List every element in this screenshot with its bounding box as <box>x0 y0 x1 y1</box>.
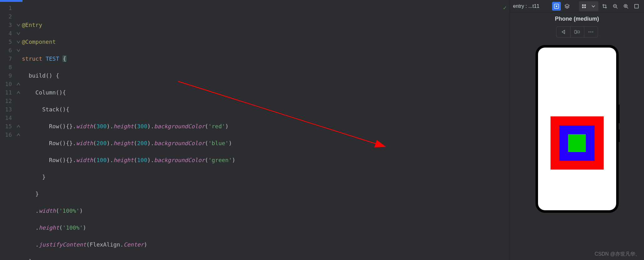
svg-rect-3 <box>582 4 584 6</box>
fold-end-icon[interactable] <box>16 80 21 88</box>
line-number-gutter: 1 2 3 4 5 6 7 8 9 10 11 12 13 14 15 16 <box>0 0 15 260</box>
phone-side-button <box>619 105 620 123</box>
fold-toggle-icon[interactable] <box>16 46 21 54</box>
editor-pane: 1 2 3 4 5 6 7 8 9 10 11 12 13 14 15 16 @… <box>0 0 510 260</box>
svg-rect-14 <box>635 4 638 8</box>
svg-rect-16 <box>577 31 580 33</box>
svg-rect-5 <box>582 7 584 8</box>
fold-gutter <box>15 0 22 260</box>
active-tab-underline <box>0 0 23 2</box>
preview-toolbar: entry : ...t11 <box>510 0 644 13</box>
zoom-in-icon[interactable] <box>621 2 630 11</box>
line-number: 1 <box>0 4 15 12</box>
line-number: 9 <box>0 71 15 80</box>
device-label: Phone (medium) <box>510 13 644 25</box>
svg-point-19 <box>592 31 593 32</box>
line-number: 7 <box>0 54 15 63</box>
phone-frame <box>536 45 619 213</box>
line-number: 6 <box>0 46 15 54</box>
fold-end-icon[interactable] <box>16 122 21 130</box>
line-number: 5 <box>0 38 15 46</box>
line-number: 15 <box>0 122 15 130</box>
svg-rect-6 <box>584 7 586 8</box>
svg-line-8 <box>616 7 617 8</box>
code-area[interactable]: @Entry @Component struct TEST { build() … <box>22 0 510 260</box>
svg-point-18 <box>590 31 591 32</box>
back-triangle-icon[interactable] <box>556 27 570 37</box>
line-number: 14 <box>0 114 15 122</box>
grid-view-icon[interactable] <box>580 2 588 11</box>
line-number: 16 <box>0 130 15 139</box>
zoom-out-icon[interactable] <box>611 2 620 11</box>
fold-toggle-icon[interactable] <box>16 38 21 46</box>
svg-point-17 <box>588 31 589 32</box>
fold-end-icon[interactable] <box>16 130 21 139</box>
svg-rect-15 <box>575 30 576 33</box>
phone-stage <box>510 39 644 260</box>
preview-title: entry : ...t11 <box>513 3 550 9</box>
stack-preview <box>551 116 604 170</box>
line-number: 2 <box>0 12 15 21</box>
green-square <box>568 134 586 152</box>
analysis-ok-icon[interactable]: ✓ <box>503 4 506 11</box>
line-number: 8 <box>0 63 15 71</box>
svg-rect-4 <box>584 4 586 6</box>
line-number: 12 <box>0 97 15 105</box>
line-number: 13 <box>0 105 15 114</box>
line-number: 11 <box>0 88 15 97</box>
device-controls <box>510 25 644 39</box>
blue-square <box>559 125 595 161</box>
svg-line-11 <box>627 7 628 8</box>
svg-point-2 <box>556 5 557 7</box>
line-number: 10 <box>0 80 15 88</box>
fullscreen-icon[interactable] <box>632 2 641 11</box>
fold-toggle-icon[interactable] <box>16 29 21 38</box>
phone-side-button <box>619 130 620 142</box>
phone-screen[interactable] <box>538 48 616 210</box>
crop-icon[interactable] <box>600 2 609 11</box>
red-square <box>551 116 604 170</box>
inspector-toggle-icon[interactable] <box>552 2 561 11</box>
fold-toggle-icon[interactable] <box>16 21 21 29</box>
line-number: 3 <box>0 21 15 29</box>
chevron-down-icon[interactable] <box>589 2 598 11</box>
fold-end-icon[interactable] <box>16 88 21 97</box>
line-number: 4 <box>0 29 15 38</box>
more-options-icon[interactable] <box>584 27 598 37</box>
rotate-device-icon[interactable] <box>570 27 584 37</box>
preview-pane: entry : ...t11 Phone (medium) <box>510 0 644 260</box>
layers-icon[interactable] <box>563 2 571 11</box>
